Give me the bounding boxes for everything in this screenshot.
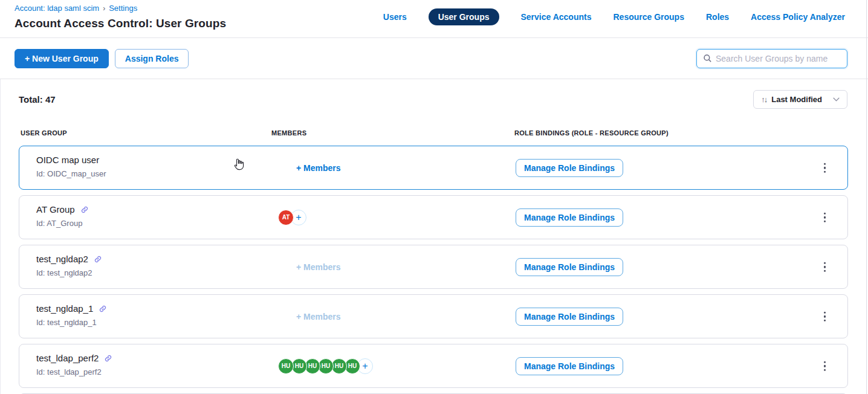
user-group-name[interactable]: test_ngldap_1 [36,303,93,314]
toolbar-actions: + New User Group Assign Roles [15,49,189,68]
breadcrumb: Account: ldap saml scim›Settings [15,4,226,13]
user-group-id: Id: AT_Group [36,219,82,228]
total-count: Total: 47 [19,94,56,105]
column-header-user-group: USER GROUP [21,129,67,137]
breadcrumb-account-link[interactable]: Account: ldap saml scim [15,4,99,13]
sort-arrows-icon: ↑↓ [761,95,766,104]
sort-dropdown[interactable]: ↑↓ Last Modified [753,90,847,109]
tab-resource-groups[interactable]: Resource Groups [613,8,684,25]
tab-access-policy-analyzer[interactable]: Access Policy Analyzer [751,8,845,25]
member-avatars: HU HU HU HU HU HU + [278,358,373,374]
members-cell: AT + [272,196,405,239]
avatar[interactable]: AT [278,210,294,225]
list-item-at-group[interactable]: AT Group Id: AT_Group AT + Manage Role B… [19,195,848,239]
user-group-id: Id: OIDC_map_user [36,169,106,178]
manage-role-bindings-button[interactable]: Manage Role Bindings [516,258,623,276]
new-user-group-button[interactable]: + New User Group [15,49,109,68]
link-icon [105,355,112,362]
user-group-info: AT Group Id: AT_Group [36,204,88,228]
manage-role-bindings-button[interactable]: Manage Role Bindings [516,308,623,326]
toolbar: + New User Group Assign Roles [0,38,868,79]
user-group-info: test_ldap_perf2 Id: test_ldap_perf2 [36,353,112,377]
list-item-test-ngldap2[interactable]: test_ngldap2 Id: test_ngldap2 + Members … [19,245,848,289]
manage-role-bindings-button[interactable]: Manage Role Bindings [516,159,623,177]
breadcrumb-separator: › [103,4,105,13]
link-icon [81,206,88,213]
kebab-menu-icon[interactable] [820,159,830,176]
members-cell: HU HU HU HU HU HU + [272,344,405,387]
tab-users[interactable]: Users [383,8,407,25]
search-icon [703,54,712,63]
manage-role-bindings-button[interactable]: Manage Role Bindings [516,357,623,375]
kebab-menu-icon[interactable] [820,308,830,325]
user-group-id: Id: test_ngldap2 [36,268,92,277]
user-group-name[interactable]: AT Group [36,204,75,215]
chevron-down-icon [833,97,840,102]
list-item-oidc-map-user[interactable]: OIDC map user Id: OIDC_map_user + Member… [19,146,848,190]
kebab-menu-icon[interactable] [820,258,830,276]
user-group-name[interactable]: test_ldap_perf2 [36,353,99,363]
members-cell: + Members [272,245,405,288]
column-header-role-bindings: ROLE BINDINGS (ROLE - RESOURCE GROUP) [514,129,669,137]
members-cell: + Members [272,146,405,189]
user-group-id: Id: test_ngldap_1 [36,318,97,327]
member-avatars: AT + [278,210,306,225]
link-icon [94,256,102,263]
user-group-rows: OIDC map user Id: OIDC_map_user + Member… [19,146,848,394]
list-item-test-ldap-perf2[interactable]: test_ldap_perf2 Id: test_ldap_perf2 HU H… [19,344,848,388]
user-group-id: Id: test_ldap_perf2 [36,367,102,376]
avatar[interactable]: HU [278,358,294,374]
user-group-name[interactable]: test_ngldap2 [36,254,88,264]
list-column-headers: USER GROUP MEMBERS ROLE BINDINGS (ROLE -… [1,129,868,137]
add-members-link[interactable]: + Members [296,163,341,173]
link-icon [99,305,106,312]
sort-selected-value: Last Modified [771,95,828,104]
manage-role-bindings-button[interactable]: Manage Role Bindings [516,208,623,227]
header-left: Account: ldap saml scim›Settings Account… [15,4,226,37]
add-members-link[interactable]: + Members [296,312,341,321]
members-cell: + Members [272,295,405,338]
page-title: Account Access Control: User Groups [15,17,226,30]
user-group-info: OIDC map user Id: OIDC_map_user [36,155,106,179]
kebab-menu-icon[interactable] [820,208,830,226]
total-bar: Total: 47 ↑↓ Last Modified [1,79,868,109]
tab-user-groups[interactable]: User Groups [429,8,499,25]
breadcrumb-settings-link[interactable]: Settings [109,4,137,13]
nav-tabs: Users User Groups Service Accounts Resou… [383,4,845,37]
search-box[interactable] [696,49,847,68]
user-group-name[interactable]: OIDC map user [36,155,99,165]
page-header: Account: ldap saml scim›Settings Account… [0,0,868,38]
column-header-members: MEMBERS [271,129,306,137]
list-item-test-ngldap-1[interactable]: test_ngldap_1 Id: test_ngldap_1 + Member… [19,294,848,338]
user-groups-list-section: Total: 47 ↑↓ Last Modified USER GROUP ME… [0,79,868,394]
user-group-info: test_ngldap_1 Id: test_ngldap_1 [36,303,106,328]
tab-service-accounts[interactable]: Service Accounts [521,8,592,25]
user-group-info: test_ngldap2 Id: test_ngldap2 [36,254,102,278]
scrollbar-track[interactable] [866,0,867,394]
tab-roles[interactable]: Roles [706,8,729,25]
add-members-link[interactable]: + Members [296,262,341,272]
search-input[interactable] [716,54,841,63]
kebab-menu-icon[interactable] [820,357,830,375]
assign-roles-button[interactable]: Assign Roles [115,49,189,68]
